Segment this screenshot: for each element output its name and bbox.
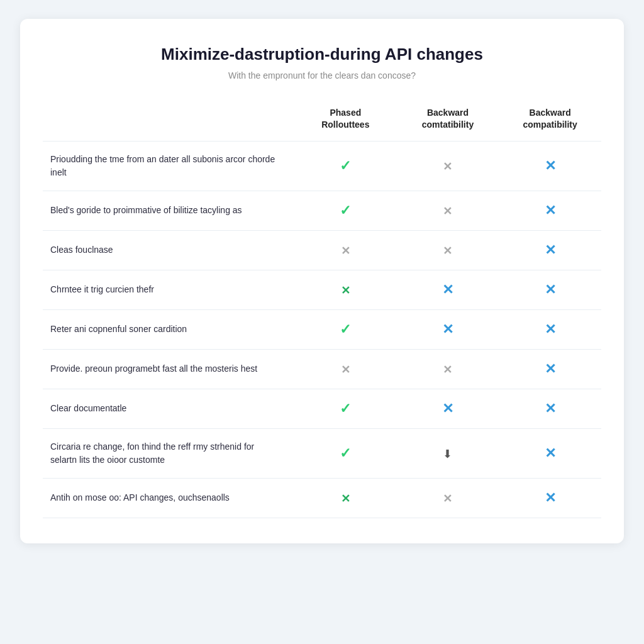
check-cell-6-0: ✓ <box>294 389 397 428</box>
feature-cell: Antih on mose oo: API changes, ouchsenao… <box>43 478 294 518</box>
check-cell-8-1: ✕ <box>397 478 499 518</box>
check-cell-7-0: ✓ <box>294 428 397 478</box>
col-header-3: Backwardcompatibility <box>499 101 601 141</box>
check-cell-7-2: ✕ <box>499 428 601 478</box>
feature-cell: Cleas fouclnase <box>43 230 294 270</box>
check-cell-1-0: ✓ <box>294 191 397 230</box>
check-cell-4-1: ✕ <box>397 309 499 349</box>
table-row: Cleas fouclnase✕✕✕ <box>43 230 601 270</box>
main-card: Miximize-dastruption-during API changes … <box>20 19 624 543</box>
feature-cell: Provide. preoun programebt fast all the … <box>43 349 294 389</box>
check-cell-2-2: ✕ <box>499 230 601 270</box>
check-cell-3-1: ✕ <box>397 270 499 309</box>
check-cell-8-2: ✕ <box>499 478 601 518</box>
page-subtitle: With the empronunt for the clears dan co… <box>43 70 601 80</box>
table-row: Bled's goride to proimmative of bilitize… <box>43 191 601 230</box>
feature-cell: Bled's goride to proimmative of bilitize… <box>43 191 294 230</box>
check-cell-0-2: ✕ <box>499 141 601 191</box>
table-row: Chrntee it trig curcien thefr✕✕✕ <box>43 270 601 309</box>
feature-cell: Reter ani copnenful soner cardition <box>43 309 294 349</box>
feature-cell: Clear documentatle <box>43 389 294 428</box>
check-cell-7-1: ⬇ <box>397 428 499 478</box>
table-row: Antih on mose oo: API changes, ouchsenao… <box>43 478 601 518</box>
check-cell-1-1: ✕ <box>397 191 499 230</box>
table-row: Reter ani copnenful soner cardition✓✕✕ <box>43 309 601 349</box>
table-row: Prioudding the tme from an dater all sub… <box>43 141 601 191</box>
check-cell-5-0: ✕ <box>294 349 397 389</box>
check-cell-8-0: ✕ <box>294 478 397 518</box>
feature-cell: Prioudding the tme from an dater all sub… <box>43 141 294 191</box>
col-header-feature <box>43 101 294 141</box>
check-cell-0-0: ✓ <box>294 141 397 191</box>
page-title: Miximize-dastruption-during API changes <box>43 44 601 65</box>
check-cell-5-2: ✕ <box>499 349 601 389</box>
check-cell-0-1: ✕ <box>397 141 499 191</box>
feature-cell: Chrntee it trig curcien thefr <box>43 270 294 309</box>
check-cell-6-2: ✕ <box>499 389 601 428</box>
table-row: Clear documentatle✓✕✕ <box>43 389 601 428</box>
table-row: Provide. preoun programebt fast all the … <box>43 349 601 389</box>
table-row: Circaria re change, fon thind the reff r… <box>43 428 601 478</box>
feature-cell: Circaria re change, fon thind the reff r… <box>43 428 294 478</box>
col-header-1: PhasedRollouttees <box>294 101 397 141</box>
check-cell-5-1: ✕ <box>397 349 499 389</box>
check-cell-6-1: ✕ <box>397 389 499 428</box>
check-cell-3-0: ✕ <box>294 270 397 309</box>
check-cell-1-2: ✕ <box>499 191 601 230</box>
col-header-2: Backwardcomtatibility <box>397 101 499 141</box>
check-cell-4-2: ✕ <box>499 309 601 349</box>
check-cell-2-0: ✕ <box>294 230 397 270</box>
check-cell-2-1: ✕ <box>397 230 499 270</box>
check-cell-4-0: ✓ <box>294 309 397 349</box>
check-cell-3-2: ✕ <box>499 270 601 309</box>
comparison-table: PhasedRollouttees Backwardcomtatibility … <box>43 101 601 518</box>
